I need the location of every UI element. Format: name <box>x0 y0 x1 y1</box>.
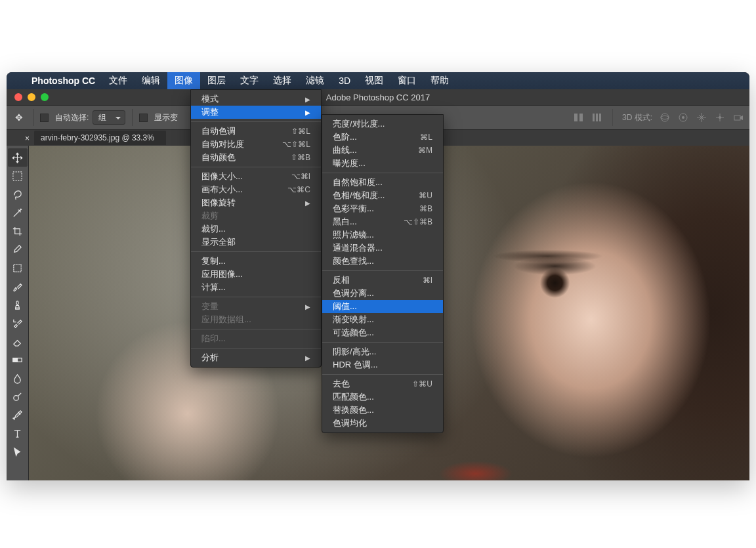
menu-item[interactable]: 色相/饱和度...⌘U <box>322 189 443 202</box>
menubar-item-编辑[interactable]: 编辑 <box>135 72 167 89</box>
menu-item[interactable]: 反相⌘I <box>322 274 443 287</box>
tool-wand[interactable] <box>8 203 28 222</box>
tool-eyedropper[interactable] <box>8 240 28 259</box>
menu-item-shortcut: ⌘L <box>420 133 432 142</box>
menu-item[interactable]: 调整▶ <box>191 106 321 119</box>
menu-item-label: 阈值... <box>333 301 357 312</box>
tool-blur[interactable] <box>8 369 28 387</box>
menu-item-label: 曝光度... <box>333 158 366 169</box>
menubar-item-窗口[interactable]: 窗口 <box>390 72 423 89</box>
menu-item[interactable]: 去色⇧⌘U <box>322 377 443 390</box>
menu-item[interactable]: 色彩平衡...⌘B <box>322 202 443 215</box>
menu-item[interactable]: 显示全部 <box>191 236 321 249</box>
menu-item[interactable]: 裁切... <box>191 222 321 236</box>
menu-item[interactable]: 应用图像... <box>191 268 321 281</box>
menu-item[interactable]: 阈值... <box>322 300 443 313</box>
menu-item[interactable]: 亮度/对比度... <box>322 117 443 131</box>
roll-3d-icon[interactable] <box>677 112 689 123</box>
menu-item[interactable]: 照片滤镜... <box>322 228 443 242</box>
tool-move[interactable] <box>8 148 28 167</box>
submenu-arrow-icon: ▶ <box>305 200 310 207</box>
tool-type[interactable] <box>8 424 28 442</box>
tool-crop[interactable] <box>8 222 28 240</box>
tool-gradient[interactable] <box>8 350 28 369</box>
menu-item[interactable]: 替换颜色... <box>322 404 443 417</box>
menu-item[interactable]: HDR 色调... <box>322 358 443 371</box>
menubar-item-文件[interactable]: 文件 <box>102 72 135 89</box>
menu-item-shortcut: ⌘I <box>423 276 432 285</box>
menu-item[interactable]: 通道混合器... <box>322 242 443 255</box>
menu-item-label: 色阶... <box>333 131 357 143</box>
close-tab-icon[interactable]: × <box>25 134 30 143</box>
menu-item[interactable]: 曝光度... <box>322 157 443 170</box>
menu-item[interactable]: 曲线...⌘M <box>322 144 443 157</box>
menu-item-label: 照片滤镜... <box>333 229 374 241</box>
svg-point-5 <box>661 114 669 121</box>
menubar-item-图层[interactable]: 图层 <box>200 72 233 89</box>
orbit-3d-icon[interactable] <box>659 112 671 123</box>
tool-brush[interactable] <box>8 277 28 295</box>
menu-item[interactable]: 阴影/高光... <box>322 345 443 358</box>
menu-item[interactable]: 自动对比度⌥⇧⌘L <box>191 138 321 151</box>
show-transform-label: 显示变 <box>154 112 178 123</box>
document-tab[interactable]: × arvin-febry-302935.jpg @ 33.3% <box>34 131 166 145</box>
tool-lasso[interactable] <box>8 185 28 203</box>
menu-item[interactable]: 色调均化 <box>322 417 443 430</box>
tool-history-brush[interactable] <box>8 314 28 332</box>
menu-item[interactable]: 自动色调⇧⌘L <box>191 125 321 138</box>
tool-pen[interactable] <box>8 406 28 424</box>
menu-item[interactable]: 黑白...⌥⇧⌘B <box>322 215 443 228</box>
menubar-item-帮助[interactable]: 帮助 <box>423 72 456 89</box>
submenu-arrow-icon: ▶ <box>305 109 310 116</box>
pan-3d-icon[interactable] <box>696 112 707 123</box>
menu-item[interactable]: 色调分离... <box>322 287 443 300</box>
menu-item[interactable]: 颜色查找... <box>322 255 443 268</box>
options-bar-right: 3D 模式: <box>573 109 744 126</box>
close-window-button[interactable] <box>14 93 22 101</box>
autoselect-checkbox[interactable] <box>40 114 49 122</box>
maximize-window-button[interactable] <box>41 93 49 101</box>
menu-item[interactable]: 复制... <box>191 255 321 268</box>
menubar-item-3D[interactable]: 3D <box>331 73 358 89</box>
tool-dodge[interactable] <box>8 387 28 406</box>
tool-frame[interactable] <box>8 259 28 277</box>
minimize-window-button[interactable] <box>28 93 35 101</box>
svg-rect-10 <box>734 116 740 120</box>
menu-item[interactable]: 分析▶ <box>191 351 321 364</box>
autoselect-combo[interactable]: 组 <box>93 110 125 125</box>
menu-item-shortcut: ⌥⇧⌘L <box>282 140 310 149</box>
document-tab-label: arvin-febry-302935.jpg @ 33.3% <box>41 133 154 142</box>
menu-item[interactable]: 色阶...⌘L <box>322 131 443 144</box>
distribute-icon[interactable] <box>591 112 603 123</box>
menu-item-label: 裁剪 <box>201 210 219 222</box>
menubar-item-滤镜[interactable]: 滤镜 <box>299 72 331 89</box>
menu-item[interactable]: 渐变映射... <box>322 313 443 326</box>
menu-item-label: 画布大小... <box>201 184 243 196</box>
menubar-item-图像[interactable]: 图像 <box>167 72 200 89</box>
tool-arrow[interactable] <box>8 442 28 461</box>
menu-item[interactable]: 图像旋转▶ <box>191 196 321 209</box>
menu-item-label: 替换颜色... <box>333 404 374 416</box>
tool-marquee[interactable] <box>8 167 28 185</box>
tool-stamp[interactable] <box>8 295 28 314</box>
menubar-item-选择[interactable]: 选择 <box>266 72 299 89</box>
tool-eraser[interactable] <box>8 332 28 350</box>
menu-item-shortcut: ⇧⌘L <box>291 127 310 136</box>
menu-item[interactable]: 计算... <box>191 281 321 294</box>
slide-3d-icon[interactable] <box>714 112 726 123</box>
menu-item-label: 裁切... <box>201 223 226 235</box>
menubar-item-文字[interactable]: 文字 <box>233 72 266 89</box>
camera-3d-icon[interactable] <box>732 112 744 123</box>
menu-item[interactable]: 画布大小...⌥⌘C <box>191 183 321 196</box>
menu-item[interactable]: 匹配颜色... <box>322 390 443 404</box>
align-icon[interactable] <box>573 112 585 123</box>
menu-item: 应用数据组... <box>191 313 321 326</box>
menu-item[interactable]: 可选颜色... <box>322 326 443 339</box>
menu-item[interactable]: 自动颜色⇧⌘B <box>191 151 321 164</box>
show-transform-checkbox[interactable] <box>139 114 148 122</box>
menu-item[interactable]: 模式▶ <box>191 93 321 106</box>
menu-item-shortcut: ⌥⌘I <box>291 172 310 181</box>
menu-item[interactable]: 图像大小...⌥⌘I <box>191 170 321 183</box>
menubar-item-视图[interactable]: 视图 <box>358 72 390 89</box>
menu-item[interactable]: 自然饱和度... <box>322 176 443 189</box>
